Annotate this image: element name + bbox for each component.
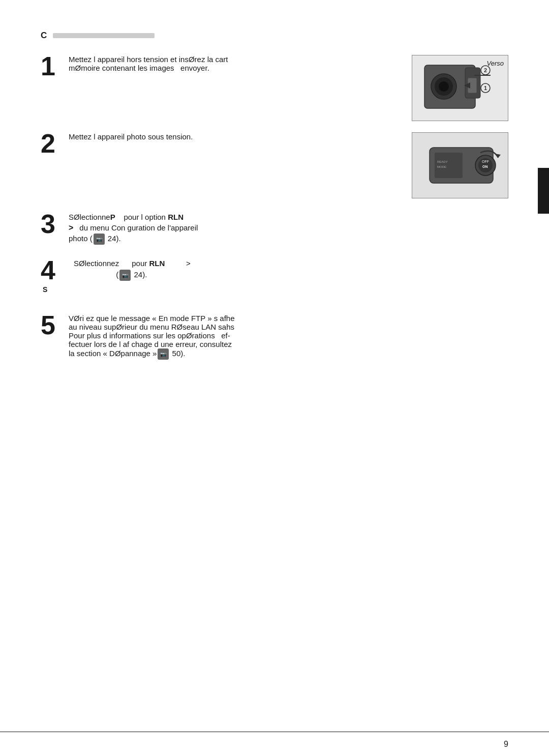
step-1-content: Mettez l appareil hors tension et insØre…: [69, 55, 402, 72]
step-2-content: Mettez l appareil photo sous tension.: [69, 132, 402, 141]
svg-point-4: [439, 81, 449, 92]
header-bar: C: [41, 31, 508, 41]
svg-text:2: 2: [484, 67, 487, 73]
step-5-content: VØri ez que le message « En mode FTP » s…: [69, 314, 508, 360]
step-2-number: 2: [41, 130, 64, 157]
step-3-content: SØlectionneP pour l option RLN > du menu…: [69, 213, 508, 245]
step-2-image: OFF ON READY MODE: [412, 132, 508, 198]
step-1: 1 Mettez l appareil hors tension et insØ…: [41, 55, 508, 121]
camera-icon-ref-4: 📷: [119, 270, 131, 281]
page-container: C 1 Mettez l appareil hors tension et in…: [0, 0, 549, 756]
step-4-line2: (📷 24).: [74, 270, 508, 281]
header-line: [53, 33, 155, 38]
step-3-indent-text: du menu Con guration de l'appareil: [79, 223, 198, 232]
step-4-text: SØlectionnez pour RLN >: [74, 259, 508, 268]
camera-svg-2: OFF ON READY MODE: [419, 137, 501, 193]
camera-svg-1: 2 1: [419, 60, 501, 116]
svg-text:OFF: OFF: [482, 160, 489, 163]
svg-text:READY: READY: [437, 160, 448, 163]
camera-img-2: OFF ON READY MODE: [412, 132, 508, 198]
step-3-arrow: >: [69, 223, 73, 232]
step-3-text-main: SØlectionneP pour l option RLN: [69, 213, 508, 221]
svg-text:MODE: MODE: [437, 165, 446, 168]
step-4-number: 4: [41, 257, 64, 283]
camera-icon-ref-5: 📷: [158, 348, 169, 360]
step-5: 5 VØri ez que le message « En mode FTP »…: [41, 314, 508, 360]
camera-img-1: Verso 2 1: [412, 55, 508, 121]
right-tab: [538, 168, 549, 214]
svg-marker-17: [495, 154, 501, 158]
step-3: 3 SØlectionneP pour l option RLN > du me…: [41, 213, 508, 245]
step-4-content: SØlectionnez pour RLN > (📷 24).: [74, 259, 508, 281]
step-1-text: Mettez l appareil hors tension et insØre…: [69, 55, 402, 72]
header-label: C: [41, 31, 47, 41]
verso-label: Verso: [487, 60, 504, 67]
step-5-text: VØri ez que le message « En mode FTP » s…: [69, 314, 508, 360]
step-5-number: 5: [41, 312, 64, 338]
svg-text:1: 1: [484, 85, 487, 91]
page-footer: 9: [0, 732, 549, 756]
step-3-number: 3: [41, 211, 64, 237]
step-4-subscript: S: [43, 285, 47, 294]
camera-icon-ref-3: 📷: [94, 234, 105, 245]
step-1-number: 1: [41, 53, 64, 79]
step-2: 2 Mettez l appareil photo sous tension. …: [41, 132, 508, 198]
step-3-indent: > du menu Con guration de l'appareil: [69, 223, 508, 232]
svg-text:ON: ON: [482, 165, 488, 168]
step-1-image: Verso 2 1: [412, 55, 508, 121]
page-number: 9: [504, 740, 508, 749]
step-4: 4 S SØlectionnez pour RLN > (📷 24).: [41, 259, 508, 294]
step-2-text: Mettez l appareil photo sous tension.: [69, 132, 402, 141]
step-3-photo-line: photo (📷 24).: [69, 234, 508, 245]
